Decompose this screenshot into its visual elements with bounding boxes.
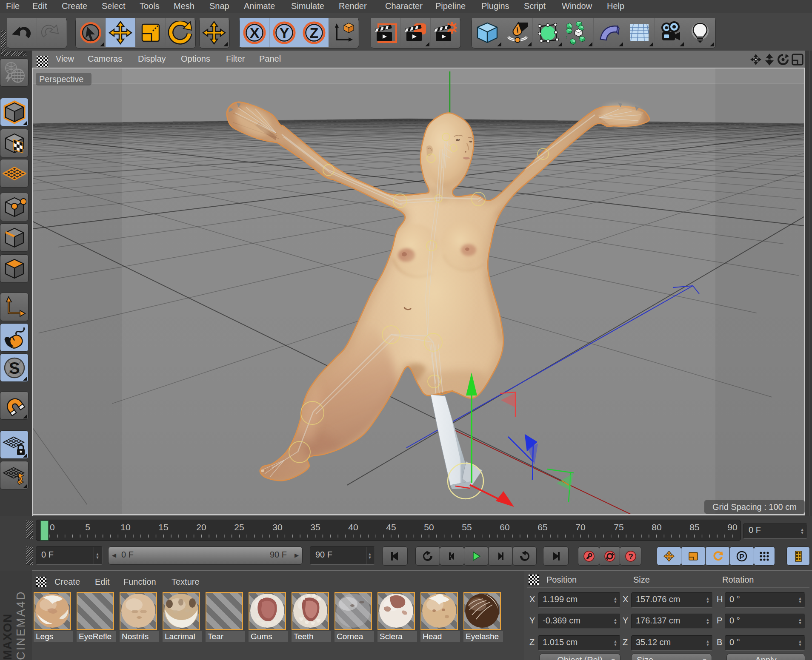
svg-text:?: ? [628, 552, 633, 561]
svg-text:S: S [9, 359, 20, 377]
svg-text:Y: Y [279, 25, 289, 41]
svg-text:P: P [739, 553, 744, 561]
svg-text:Z: Z [309, 25, 318, 41]
svg-text:X: X [249, 25, 259, 41]
